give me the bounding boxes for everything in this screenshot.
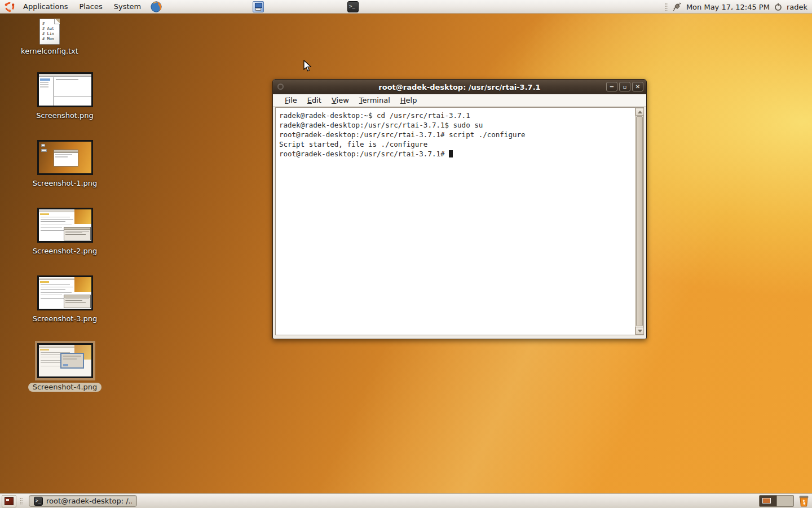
window-controls: − ▫ ✕ (606, 82, 643, 91)
thumb-overlay-window (64, 227, 91, 240)
thumb-highlight (40, 213, 49, 215)
desktop-root: Applications Places System >_ (0, 0, 812, 508)
show-desktop-button[interactable] (2, 495, 16, 507)
thumb-overlay-window (64, 295, 91, 308)
text-file-icon: # # Aut # Lin # Mon (39, 19, 60, 45)
thumb-highlight (40, 281, 49, 283)
image-thumbnail (37, 208, 93, 243)
thumb-line (41, 289, 65, 290)
desktop-icon-screenshot[interactable]: Screenshot.png (25, 72, 104, 120)
page-fold (54, 19, 60, 24)
terminal-prompt-line: root@radek-desktop:/usr/src/rtai-3.7.1# (279, 149, 632, 159)
thumb-header (39, 74, 91, 77)
menu-edit[interactable]: Edit (302, 94, 326, 106)
desktop-icon-screenshot-2[interactable]: Screenshot-2.png (25, 208, 104, 256)
icon-label: kernelconfig.txt (10, 47, 89, 56)
window-menu-icon[interactable] (277, 84, 284, 90)
image-thumbnail (37, 140, 93, 175)
preview-line: # Aut (42, 27, 59, 32)
trash-icon[interactable] (797, 494, 810, 507)
menu-applications[interactable]: Applications (17, 0, 73, 13)
panel-grip-handle[interactable] (20, 497, 23, 505)
window-title: root@radek-desktop: /usr/src/rtai-3.7.1 (378, 83, 540, 91)
terminal-menubar: File Edit View Terminal Help (273, 94, 646, 107)
thumb-line (41, 217, 70, 217)
terminal-window-icon[interactable]: >_ (347, 1, 359, 12)
show-desktop-icon (5, 497, 14, 505)
menu-view[interactable]: View (326, 94, 354, 106)
thumb-orange-corner (74, 277, 91, 292)
terminal-window: root@radek-desktop: /usr/src/rtai-3.7.1 … (272, 79, 647, 339)
workspace-switcher (759, 495, 794, 507)
terminal-line: Script started, file is ./configure (279, 139, 632, 149)
thumb-line (41, 287, 73, 287)
top-panel: Applications Places System >_ (0, 0, 812, 14)
firefox-icon[interactable] (150, 1, 162, 13)
panel-grip-handle[interactable] (665, 3, 668, 11)
thumb-line (41, 295, 62, 295)
scroll-down-button[interactable] (636, 327, 644, 335)
terminal-scrollbar[interactable] (635, 108, 643, 335)
terminal-content[interactable]: radek@radek-desktop:~$ cd /usr/src/rtai-… (275, 107, 644, 335)
menu-file[interactable]: File (280, 94, 302, 106)
clock[interactable]: Mon May 17, 12:45 PM (686, 3, 770, 11)
network-plug-icon[interactable] (672, 2, 682, 12)
workspace-1-active[interactable] (760, 496, 776, 506)
scrollbar-thumb[interactable] (636, 116, 643, 326)
terminal-cursor (449, 150, 453, 157)
desktop-icon-screenshot-3[interactable]: Screenshot-3.png (25, 275, 104, 323)
mouse-cursor (303, 60, 312, 75)
desktop-icon-screenshot-4-selected[interactable]: Screenshot-4.png (25, 343, 104, 392)
thumb-line (41, 221, 65, 222)
icon-label: Screenshot-1.png (25, 179, 104, 188)
image-thumbnail (37, 275, 93, 310)
top-panel-right: Mon May 17, 12:45 PM radek (665, 0, 807, 14)
thumb-mini-icon (41, 149, 47, 152)
menu-help[interactable]: Help (395, 94, 422, 106)
thumb-divider (54, 97, 91, 97)
floppy-label (255, 8, 261, 11)
scroll-up-button[interactable] (636, 108, 644, 116)
icon-label: Screenshot-4.png (28, 383, 102, 392)
prompt-text: root@radek-desktop:/usr/src/rtai-3.7.1# (279, 150, 449, 158)
preview-line: # Mon (42, 37, 59, 42)
menu-terminal[interactable]: Terminal (354, 94, 395, 106)
user-menu[interactable]: radek (787, 3, 807, 11)
thumb-line (56, 79, 78, 80)
thumb-sidebar (39, 77, 54, 106)
thumb-line (41, 284, 70, 285)
ubuntu-logo-icon[interactable] (4, 1, 15, 12)
close-button[interactable]: ✕ (632, 82, 643, 91)
taskbar-window-button[interactable]: >_ root@radek-desktop: /... (29, 495, 137, 507)
floppy-screen (255, 3, 262, 8)
thumb-line (41, 292, 72, 293)
terminal-icon: >_ (34, 497, 43, 506)
terminal-line: radek@radek-desktop:~$ cd /usr/src/rtai-… (279, 111, 632, 120)
terminal-text[interactable]: radek@radek-desktop:~$ cd /usr/src/rtai-… (276, 108, 635, 335)
thumb-window (54, 150, 78, 167)
workspace-window-preview (762, 498, 771, 503)
desktop-icon-screenshot-1[interactable]: Screenshot-1.png (25, 140, 104, 188)
image-thumbnail (37, 343, 93, 378)
image-thumbnail (37, 72, 93, 107)
thumb-orange-corner (74, 209, 91, 224)
menu-places[interactable]: Places (73, 0, 108, 13)
icon-label: Screenshot.png (25, 111, 104, 120)
power-icon[interactable] (774, 2, 783, 11)
icon-label: Screenshot-3.png (25, 314, 104, 323)
desktop-icon-kernelconfig[interactable]: # # Aut # Lin # Mon kernelconfig.txt (10, 19, 89, 56)
bottom-panel-right (759, 494, 810, 507)
thumb-line (41, 225, 72, 225)
menu-system[interactable]: System (108, 0, 147, 13)
preview-line: # Lin (42, 32, 59, 37)
terminal-line: radek@radek-desktop:/usr/src/rtai-3.7.1$… (279, 120, 632, 130)
maximize-button[interactable]: ▫ (619, 82, 630, 91)
workspace-2[interactable] (776, 496, 793, 506)
minimize-button[interactable]: − (606, 82, 617, 91)
taskbar-window-label: root@radek-desktop: /... (46, 497, 132, 505)
thumb-line (41, 219, 73, 220)
thumb-line (41, 227, 62, 227)
window-titlebar[interactable]: root@radek-desktop: /usr/src/rtai-3.7.1 … (273, 80, 646, 94)
save-dialog-window-icon[interactable] (253, 1, 264, 12)
thumb-mini-icon (41, 144, 45, 147)
